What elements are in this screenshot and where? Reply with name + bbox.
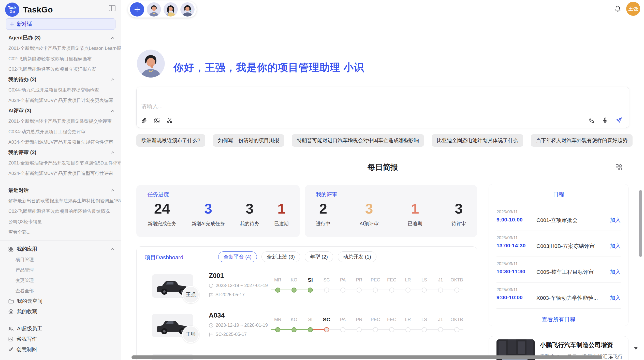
milestone-node [454, 288, 459, 293]
project-code: Z001 [209, 272, 224, 280]
sidebar-item[interactable]: Z001-全新燃油皮卡产品开发项目SI节点Lesson Learn报告 [0, 43, 121, 53]
logo-text-bottom: Go [10, 10, 15, 14]
milestone-label: PA [335, 277, 351, 283]
user-avatar[interactable]: 王强 [626, 2, 640, 16]
add-agent-button[interactable] [130, 2, 144, 17]
project-row[interactable]: 王强 Z001 2023-12-19 ~ 2027-01-19 SI-2025-… [137, 269, 477, 309]
image-icon[interactable] [154, 117, 160, 124]
event-name: C005-整车工程目标评审 [536, 268, 594, 276]
suggestion-chip[interactable]: 特朗普可能对进口汽车增税会对中国车企造成哪些影响 [292, 134, 424, 147]
composer-left-tools [141, 117, 173, 124]
chevron-up-icon [111, 248, 114, 250]
milestone-node [357, 327, 362, 332]
stat-label: 进行中 [316, 220, 330, 227]
tab-all-new-body[interactable]: 全新上装 (3) [261, 251, 300, 262]
chevron-up-icon [111, 151, 114, 154]
agent-avatar[interactable] [164, 2, 178, 17]
sidebar-item-ai-super-staff[interactable]: AI超级员工 [0, 323, 121, 334]
clock-icon [209, 323, 213, 328]
stat-value: 2 [316, 201, 330, 217]
event-time: 9:00-10:00 [496, 217, 523, 223]
sidebar-section-ai-review[interactable]: AI评审 (3) [0, 106, 121, 116]
scissors-icon[interactable] [167, 117, 173, 124]
microphone-icon[interactable] [602, 117, 608, 123]
suggestion-chip[interactable]: 当下年轻人对汽车外观有怎样的喜好趋势 [531, 134, 633, 147]
app-item-project-mgmt[interactable]: 项目管理 [0, 254, 121, 265]
chat-composer[interactable]: 请输入... [136, 87, 629, 128]
milestone-label: SI [302, 277, 318, 283]
schedule-event: 2025/03/11 9:00-10:00 X003-车辆动力学性能验... 加… [496, 287, 621, 311]
app-item-view-all[interactable]: 查看全部... [0, 286, 121, 296]
recent-chat-item[interactable]: C02-飞腾新能源轻客改款项目的闭环通告反馈情况 [0, 206, 121, 216]
milestone-label: PR [351, 277, 367, 283]
sidebar-item[interactable]: Z001-全新燃油轻卡产品开发项目SI节点属性5D文件评审 [0, 158, 121, 168]
tab-model-year[interactable]: 年型 (2) [305, 251, 333, 262]
sidebar-item[interactable]: C02-飞腾新能源轻客改款项目立项汇报方案 [0, 64, 121, 74]
sidebar-item-cloud-space[interactable]: 我的云空间 [0, 296, 121, 306]
recent-chat-item[interactable]: 解释最新出台的欧盟报废车法规再生塑料比例被调至15%... [0, 196, 121, 206]
assistant-avatar [137, 50, 165, 78]
dashboard-tabs: 全新平台 (4) 全新上装 (3) 年型 (2) 动总开发 (1) [218, 251, 376, 262]
sidebar-section-agent-done[interactable]: Agent已办 (3) [0, 33, 121, 43]
new-chat-button[interactable]: 新对话 [6, 18, 115, 30]
sidebar-section-my-review[interactable]: 我的评审 (2) [0, 147, 121, 158]
sidebar-item-help-me-write[interactable]: 帮我写作 [0, 334, 121, 344]
sidebar-section-recent-chats[interactable]: 最近对话 [0, 185, 121, 196]
scroll-down-arrow[interactable] [634, 347, 638, 350]
recent-chat-view-all[interactable]: 查看全部... [0, 227, 121, 237]
sidebar-item[interactable]: C0X4-动力总成开发项目工程变更评审 [0, 126, 121, 137]
suggestion-chip[interactable]: 欧洲新规最近颁布了什么? [136, 134, 205, 147]
suggestion-chip[interactable]: 比亚迪全固态电池计划具体说了什么 [432, 134, 523, 147]
horizontal-scrollbar[interactable] [131, 355, 602, 359]
tab-powertrain-dev[interactable]: 动总开发 (1) [338, 251, 376, 262]
send-icon[interactable] [616, 117, 622, 124]
sidebar-item[interactable]: A034-全新新能源MUV产品开发项目法规符合性评审 [0, 137, 121, 147]
tab-all-new-platform[interactable]: 全新平台 (4) [218, 251, 257, 262]
divider [0, 237, 121, 244]
section-title: 最近对话 [8, 187, 29, 194]
agent-avatar[interactable] [180, 2, 195, 17]
join-button[interactable]: 加入 [610, 243, 621, 250]
app-item-change-mgmt[interactable]: 变更管理 [0, 275, 121, 286]
vertical-scrollbar[interactable] [639, 190, 642, 257]
project-dates: 2023-12-19 ~ 2026-01-19 [209, 323, 268, 328]
flag-icon [209, 293, 213, 297]
scroll-right-arrow[interactable] [610, 356, 613, 359]
join-button[interactable]: 加入 [610, 217, 621, 224]
milestone-node [438, 327, 443, 332]
suggestion-chips: 欧洲新规最近颁布了什么? 如何写一份清晰的项目周报 特朗普可能对进口汽车增税会对… [136, 134, 633, 147]
project-row[interactable]: 王强 A034 2023-12-19 ~ 2026-01-19 SC-2025-… [137, 309, 477, 349]
milestone-label: PEC [367, 317, 384, 323]
sidebar-collapse-icon[interactable] [109, 5, 115, 11]
section-title: 我的应用 [17, 246, 37, 252]
sidebar: Task Go TaskGo 新对话 Agent已办 (3) Z001-全新燃油… [0, 0, 121, 360]
sidebar-item-creative-drawing[interactable]: 创意制图 [0, 344, 121, 355]
recent-chat-item[interactable]: 公司Q3轻卡销量 [0, 216, 121, 227]
sidebar-item[interactable]: Z001-全新燃油轻卡产品开发项目SI造型提交物评审 [0, 116, 121, 126]
sidebar-item-favorites[interactable]: 我的收藏 [0, 306, 121, 317]
cloud-space-label: 我的云空间 [17, 298, 42, 305]
notification-bell-icon[interactable] [614, 5, 621, 12]
suggestion-chip[interactable]: 如何写一份清晰的项目周报 [213, 134, 284, 147]
sidebar-item[interactable]: A034-全新新能源MUV产品开发项目造型可行性评审 [0, 168, 121, 178]
join-button[interactable]: 加入 [610, 268, 621, 276]
stat: 3 新增AI完成任务 [192, 201, 225, 227]
app-item-product-mgmt[interactable]: 产品管理 [0, 265, 121, 275]
layout-grid-icon[interactable] [616, 164, 622, 171]
join-button[interactable]: 加入 [610, 294, 621, 302]
sidebar-item[interactable]: A034-全新新能源MUV产品开发项目计划变更表编写 [0, 95, 121, 106]
milestone-label: KO [286, 277, 302, 283]
sidebar-item[interactable]: C0X4-动力总成开发项目SI里程碑提交物检查 [0, 85, 121, 95]
project-dashboard-card: 项目Dashboard 全新平台 (4) 全新上装 (3) 年型 (2) 动总开… [136, 246, 477, 360]
chevron-up-icon [111, 189, 114, 192]
agent-avatar[interactable] [147, 2, 161, 17]
project-milestone-flag: SI-2025-05-17 [209, 292, 245, 297]
sidebar-section-my-todo[interactable]: 我的待办 (2) [0, 74, 121, 85]
view-all-schedule-link[interactable]: 查看所有日程 [489, 316, 628, 323]
event-date: 2025/03/11 [496, 209, 518, 215]
phone-icon[interactable] [588, 117, 594, 123]
milestone-node [373, 288, 378, 293]
sidebar-section-my-apps[interactable]: 我的应用 [0, 244, 121, 254]
sidebar-item[interactable]: C02-飞腾新能源轻客改款项目里程碑画布 [0, 53, 121, 64]
attachment-icon[interactable] [141, 117, 147, 124]
